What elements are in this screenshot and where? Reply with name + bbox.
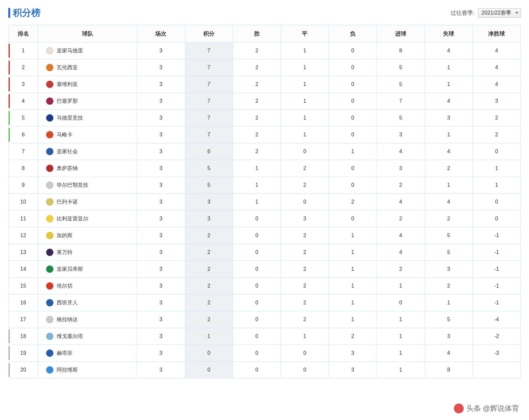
cell-ga: 3 [425,328,473,345]
cell-draws: 0 [281,143,329,160]
cell-losses: 2 [329,328,377,345]
team-name[interactable]: 奥萨苏纳 [57,165,78,172]
rank-value: 10 [20,199,26,205]
table-row[interactable]: 18维戈塞尔塔3101213-2 [9,328,521,345]
cell-team: 阿拉维斯 [38,362,137,378]
cell-losses: 0 [329,110,377,126]
cell-team: 赫塔菲 [38,345,137,362]
cell-gd: -1 [473,244,521,261]
cell-points: 5 [185,160,233,177]
team-name[interactable]: 比利亚雷亚尔 [57,215,88,222]
cell-wins: 2 [233,59,281,76]
team-name[interactable]: 马德里竞技 [57,115,83,122]
table-row[interactable]: 5马德里竞技37210532 [9,110,521,126]
col-wins: 胜 [233,25,281,42]
table-row[interactable]: 7皇家社会36201440 [9,143,521,160]
team-name[interactable]: 格拉纳达 [57,316,78,323]
cell-draws: 1 [281,110,329,126]
team-name[interactable]: 毕尔巴鄂竞技 [57,182,88,189]
cell-played: 3 [137,126,185,143]
rank-value: 13 [20,249,26,255]
cell-rank: 13 [9,244,38,261]
team-name[interactable]: 赫塔菲 [57,350,73,357]
table-row[interactable]: 14皇家贝蒂斯3202123-1 [9,261,521,278]
team-name[interactable]: 埃尔切 [57,283,73,290]
cell-rank: 12 [9,227,38,244]
cell-points: 2 [185,227,233,244]
cell-draws: 0 [281,345,329,362]
cell-played: 3 [137,160,185,177]
table-row[interactable]: 10巴列卡诺33102440 [9,194,521,210]
cell-gf: 4 [377,244,425,261]
standings-table: 排名 球队 场次 积分 胜 平 负 进球 失球 净胜球 1皇家马德里372108… [8,25,521,378]
table-row[interactable]: 11比利亚雷亚尔33030220 [9,210,521,227]
table-row[interactable]: 20阿拉维斯3000318 [9,362,521,378]
cell-gd [473,362,521,378]
team-name[interactable]: 巴塞罗那 [57,98,78,105]
table-row[interactable]: 17格拉纳达3202115-4 [9,311,521,328]
cell-losses: 0 [329,160,377,177]
cell-gd: 1 [473,160,521,177]
rank-value: 19 [20,350,26,356]
season-dropdown[interactable]: 2021/22赛季 [478,8,521,18]
table-row[interactable]: 1皇家马德里37210844 [9,42,521,59]
club-crest-icon [46,114,53,122]
table-row[interactable]: 9毕尔巴鄂竞技35120211 [9,177,521,194]
table-row[interactable]: 19赫塔菲3000314-3 [9,345,521,362]
team-name[interactable]: 莱万特 [57,249,73,256]
cell-ga: 4 [425,194,473,210]
team-name[interactable]: 皇家贝蒂斯 [57,266,83,273]
cell-draws: 2 [281,160,329,177]
title-accent-bar [8,8,10,18]
team-name[interactable]: 维戈塞尔塔 [57,333,83,340]
club-crest-icon [46,249,53,256]
team-name[interactable]: 巴列卡诺 [57,199,78,206]
team-name[interactable]: 阿拉维斯 [57,367,78,374]
table-row[interactable]: 15埃尔切3202112-1 [9,278,521,294]
cell-losses: 1 [329,278,377,294]
cell-draws: 1 [281,42,329,59]
col-ga: 失球 [425,25,473,42]
team-name[interactable]: 马略卡 [57,131,73,138]
cell-draws: 2 [281,311,329,328]
cell-team: 加的斯 [38,227,137,244]
cell-team: 奥萨苏纳 [38,160,137,177]
team-name[interactable]: 皇家马德里 [57,47,83,54]
table-row[interactable]: 4巴塞罗那37210743 [9,93,521,110]
col-losses: 负 [329,25,377,42]
cell-gf: 1 [377,362,425,378]
team-name[interactable]: 塞维利亚 [57,81,78,88]
cell-ga: 2 [425,278,473,294]
table-row[interactable]: 13莱万特3202145-1 [9,244,521,261]
cell-gf: 1 [377,278,425,294]
title-text: 积分榜 [13,7,41,19]
cell-team: 瓦伦西亚 [38,59,137,76]
table-row[interactable]: 12加的斯3202145-1 [9,227,521,244]
table-row[interactable]: 8奥萨苏纳35120321 [9,160,521,177]
cell-played: 3 [137,227,185,244]
cell-gf: 4 [377,143,425,160]
cell-draws: 1 [281,59,329,76]
team-name[interactable]: 皇家社会 [57,148,78,155]
team-name[interactable]: 加的斯 [57,232,73,239]
cell-draws: 3 [281,210,329,227]
cell-points: 7 [185,126,233,143]
cell-gd: -1 [473,261,521,278]
cell-ga: 5 [425,244,473,261]
cell-ga: 1 [425,126,473,143]
table-row[interactable]: 16西班牙人3202101-1 [9,294,521,311]
cell-rank: 8 [9,160,38,177]
cell-draws: 1 [281,126,329,143]
cell-draws: 2 [281,227,329,244]
table-row[interactable]: 3塞维利亚37210514 [9,76,521,93]
cell-team: 维戈塞尔塔 [38,328,137,345]
cell-played: 3 [137,143,185,160]
table-row[interactable]: 6马略卡37210312 [9,126,521,143]
cell-points: 7 [185,76,233,93]
table-row[interactable]: 2瓦伦西亚37210514 [9,59,521,76]
cell-gd: -1 [473,227,521,244]
cell-gd: -1 [473,278,521,294]
team-name[interactable]: 瓦伦西亚 [57,64,78,71]
team-name[interactable]: 西班牙人 [57,299,78,306]
cell-points: 0 [185,362,233,378]
